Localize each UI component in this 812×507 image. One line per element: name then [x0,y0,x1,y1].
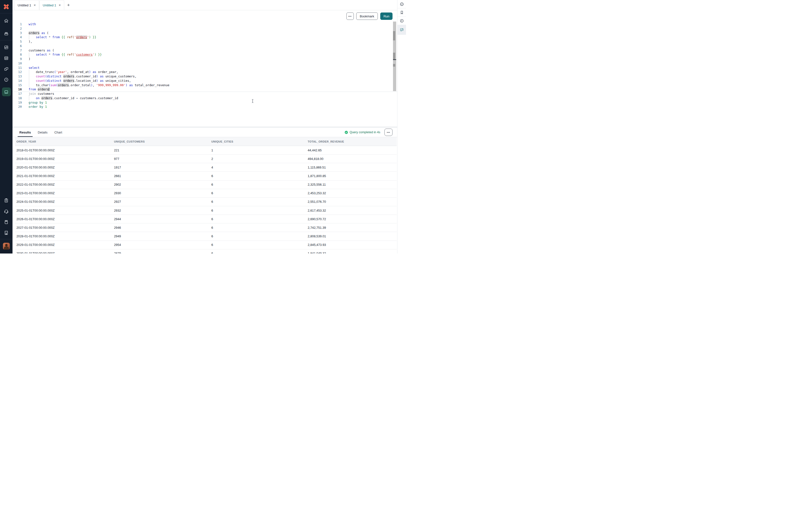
bookmark-button[interactable]: Bookmark [356,12,378,20]
code-line-13[interactable]: 13 count(distinct orders.customer_id) as… [12,74,397,78]
table-cell: 2026-01-01T00:00:00.000Z [15,217,112,221]
table-cell: 2019-01-01T00:00:00.000Z [15,157,112,161]
clipboard-icon[interactable] [0,195,12,206]
table-row[interactable]: 2018-01-01T00:00:00.000Z221144,442.65 [15,146,397,155]
column-header[interactable]: UNIQUE_CUSTOMERS [112,140,210,143]
line-number: 20 [12,105,22,109]
table-row[interactable]: 2023-01-01T00:00:00.000Z293062,453,253.3… [15,189,397,198]
tab-untitled-1[interactable]: Untitled 1 ✕ [14,0,39,10]
table-cell: 2,742,751.39 [306,226,397,229]
column-header[interactable]: TOTAL_ORDER_REVENUE [306,140,397,143]
line-number: 10 [12,61,22,66]
table-row[interactable]: 2026-01-01T00:00:00.000Z294462,690,570.7… [15,215,397,223]
table-row[interactable]: 2021-01-01T00:00:00.000Z266161,871,800.8… [15,172,397,180]
code-line-7[interactable]: 7customers as ( [12,48,397,53]
code-line-1[interactable]: 1with [12,22,397,26]
apps-grid-icon[interactable] [0,42,12,53]
window-tabbar: Untitled 1 ✕ Untitled 1 ✕ + [12,0,397,10]
new-tab-button[interactable]: + [64,0,72,10]
sql-editor[interactable]: 1with23orders as (4 select * from {{ ref… [12,22,397,127]
table-row[interactable]: 2025-01-01T00:00:00.000Z293262,617,453.3… [15,206,397,215]
line-number: 15 [12,83,22,88]
table-cell: 6 [210,209,306,212]
code-line-12[interactable]: 12 date_trunc('year', ordered_at) as ord… [12,70,397,74]
compass-icon[interactable] [0,74,12,85]
table-cell: 6 [210,251,306,253]
close-icon[interactable]: ✕ [59,4,61,7]
column-header[interactable]: UNIQUE_CITIES [210,140,306,143]
compass-icon[interactable] [397,0,406,8]
code-line-3[interactable]: 3orders as ( [12,31,397,35]
table-cell: 6 [210,191,306,195]
multi-window-icon[interactable] [0,63,12,74]
code-line-5[interactable]: 5), [12,40,397,44]
table-cell: 2946 [112,226,210,229]
sidebar-divider [0,239,12,239]
table-row[interactable]: 2027-01-01T00:00:00.000Z294662,742,751.3… [15,223,397,232]
line-number: 1 [12,22,22,26]
table-row[interactable]: 2019-01-01T00:00:00.000Z9772494,818.00 [15,155,397,163]
table-cell: 6 [210,183,306,186]
code-line-19[interactable]: 19group by 1 [12,100,397,105]
code-line-14[interactable]: 14 count(distinct orders.location_id) as… [12,78,397,83]
code-line-16[interactable]: 16from orders [12,87,397,92]
code-line-8[interactable]: 8 select * from {{ ref('customers') }} [12,52,397,57]
column-header[interactable]: ORDER_YEAR [15,140,112,143]
results-more-button[interactable]: ••• [385,128,393,136]
code-line-2[interactable]: 2 [12,26,397,31]
code-line-9[interactable]: 9) [12,57,397,61]
line-number: 13 [12,74,22,78]
table-row[interactable]: 2020-01-01T00:00:00.000Z191741,115,869.5… [15,163,397,172]
docs-book-icon[interactable] [0,217,12,227]
headset-support-icon[interactable] [0,206,12,217]
code-line-17[interactable]: 17join customers [12,92,397,96]
projects-tray-icon[interactable] [0,28,12,39]
close-icon[interactable]: ✕ [34,4,36,7]
tab-label: Untitled 1 [43,3,56,7]
table-cell: 6 [210,234,306,238]
tab-details[interactable]: Details [38,128,48,137]
run-button[interactable]: Run [380,12,393,20]
code-line-10[interactable]: 10 [12,61,397,66]
terminal-laptop-icon-active[interactable] [0,86,12,98]
line-number: 3 [12,31,22,35]
table-row[interactable]: 2022-01-01T00:00:00.000Z290262,325,556.1… [15,180,397,189]
table-cell: 6 [210,226,306,229]
organization-building-icon[interactable] [0,227,12,238]
table-cell: 2902 [112,183,210,186]
tab-chart[interactable]: Chart [54,128,62,137]
editor-scrollbar[interactable] [393,21,396,91]
table-cell: 6 [210,174,306,178]
code-line-6[interactable]: 6 [12,44,397,48]
more-options-button[interactable]: ••• [346,12,354,20]
user-avatar[interactable] [0,241,12,251]
bookmark-icon[interactable] [397,8,406,17]
code-line-18[interactable]: 18 on orders.customer_id = customers.cus… [12,96,397,100]
table-cell: 1,115,869.51 [306,166,397,169]
line-number: 9 [12,57,22,61]
code-line-20[interactable]: 20order by 1 [12,105,397,109]
hex-logo[interactable] [0,0,12,13]
code-window-icon[interactable] [0,53,12,63]
code-line-15[interactable]: 15 to_char(sum(orders.order_total), '999… [12,83,397,88]
table-cell: 2020-01-01T00:00:00.000Z [15,166,112,169]
table-cell: 2021-01-01T00:00:00.000Z [15,174,112,178]
line-number: 12 [12,70,22,74]
code-line-11[interactable]: 11select [12,66,397,70]
tab-untitled-2[interactable]: Untitled 1 ✕ [39,0,64,10]
table-cell: 6 [210,243,306,247]
line-number: 7 [12,48,22,53]
history-clock-icon[interactable] [397,17,406,25]
home-icon[interactable] [0,15,12,26]
tab-results[interactable]: Results [19,128,31,137]
code-line-4[interactable]: 4 select * from {{ ref('orders') }} [12,35,397,40]
table-cell: 2022-01-01T00:00:00.000Z [15,183,112,186]
table-row[interactable]: 2029-01-01T00:00:00.000Z295462,845,473.9… [15,241,397,249]
results-table-header: ORDER_YEARUNIQUE_CUSTOMERSUNIQUE_CITIEST… [15,137,397,146]
table-cell: 977 [112,157,210,161]
table-row[interactable]: 2030-01-01T00:00:00.000Z287961,841,049.3… [15,249,397,253]
ai-chat-sparkle-icon[interactable] [397,25,406,35]
table-row[interactable]: 2028-01-01T00:00:00.000Z294962,808,539.0… [15,232,397,240]
table-row[interactable]: 2024-01-01T00:00:00.000Z292762,551,076.7… [15,198,397,206]
line-number: 2 [12,26,22,31]
